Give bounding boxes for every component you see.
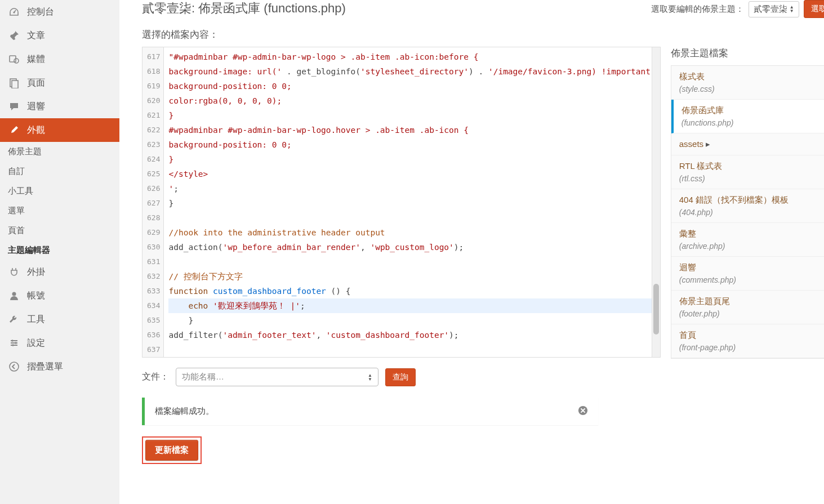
code-line[interactable]: // 控制台下方文字 — [168, 269, 655, 284]
file-meta: (functions.php) — [682, 118, 824, 127]
theme-file-item[interactable]: 迴響(comments.php) — [671, 257, 824, 291]
menu-label: 外觀 — [27, 124, 45, 136]
code-line[interactable]: echo '歡迎來到鵠學苑！ |'; — [168, 298, 655, 313]
svg-point-8 — [12, 344, 14, 346]
success-notice: 檔案編輯成功。 — [142, 398, 598, 425]
theme-file-item[interactable]: 彙整(archive.php) — [671, 223, 824, 257]
menu-item-comment[interactable]: 迴響 — [0, 95, 119, 118]
code-line[interactable]: #wpadminbar #wp-admin-bar-wp-logo.hover … — [168, 123, 655, 137]
menu-item-plugin[interactable]: 外掛 — [0, 260, 119, 284]
menu-item-dashboard[interactable]: 控制台 — [0, 0, 119, 24]
file-meta: (comments.php) — [679, 275, 824, 284]
menu-label: 控制台 — [27, 6, 54, 18]
svg-point-5 — [12, 292, 16, 296]
menu-label: 設定 — [27, 337, 45, 349]
code-line[interactable]: add_filter('admin_footer_text', 'custom_… — [168, 328, 655, 342]
theme-file-item[interactable]: 404 錯誤（找不到檔案）模板(404.php) — [671, 189, 824, 223]
update-button-highlight: 更新檔案 — [142, 436, 202, 464]
code-editor[interactable]: 6176186196206216226236246256266276286296… — [142, 47, 661, 358]
submenu-item[interactable]: 選單 — [0, 201, 119, 221]
theme-file-list: 樣式表(style.css)佈景函式庫(functions.php)assets… — [671, 65, 824, 359]
menu-item-settings[interactable]: 設定 — [0, 331, 119, 355]
submenu-item[interactable]: 主題編輯器 — [0, 240, 119, 260]
line-gutter: 6176186196206216226236246256266276286296… — [142, 47, 164, 357]
main-content: 貳零壹柒: 佈景函式庫 (functions.php) 選取要編輯的佈景主題： … — [119, 0, 824, 504]
editor-scrollbar[interactable] — [652, 47, 660, 357]
code-line[interactable]: } — [168, 108, 655, 123]
submenu-item[interactable]: 頁首 — [0, 221, 119, 240]
update-file-button[interactable]: 更新檔案 — [145, 440, 198, 461]
code-body[interactable]: "#wpadminbar #wp-admin-bar-wp-logo > .ab… — [164, 47, 660, 357]
svg-point-7 — [15, 342, 17, 344]
collapse-icon — [8, 360, 20, 373]
function-lookup-select[interactable]: 功能名稱… ▲▼ — [176, 368, 378, 386]
theme-file-item[interactable]: RTL 樣式表(rtl.css) — [671, 155, 824, 189]
code-line[interactable]: '; — [168, 181, 655, 196]
appearance-submenu: 佈景主題自訂小工具選單頁首主題編輯器 — [0, 142, 119, 260]
file-meta: (footer.php) — [679, 309, 824, 318]
theme-files-heading: 佈景主題檔案 — [671, 47, 824, 60]
file-name: 迴響 — [679, 262, 824, 273]
menu-label: 迴響 — [27, 101, 45, 113]
code-line[interactable]: </style> — [168, 167, 655, 181]
file-meta: (rtl.css) — [679, 174, 824, 183]
editor-heading: 選擇的檔案內容： — [142, 28, 824, 41]
select-theme-button[interactable]: 選取 — [804, 0, 824, 18]
menu-item-media[interactable]: 媒體 — [0, 47, 119, 71]
code-line[interactable]: "#wpadminbar #wp-admin-bar-wp-logo > .ab… — [168, 50, 655, 64]
code-line[interactable]: color:rgba(0, 0, 0, 0); — [168, 93, 655, 108]
menu-item-brush[interactable]: 外觀 — [0, 118, 119, 142]
dashboard-icon — [8, 6, 20, 18]
theme-select-label: 選取要編輯的佈景主題： — [651, 4, 744, 15]
code-line[interactable]: background-position: 0 0; — [168, 79, 655, 93]
menu-item-user[interactable]: 帳號 — [0, 284, 119, 307]
media-icon — [8, 53, 20, 65]
submenu-item[interactable]: 小工具 — [0, 181, 119, 201]
code-line[interactable]: } — [168, 196, 655, 211]
menu-item-collapse[interactable]: 摺疊選單 — [0, 355, 119, 378]
theme-file-item[interactable]: assets — [671, 133, 824, 155]
wrench-icon — [8, 313, 20, 325]
code-line[interactable]: } — [168, 152, 655, 167]
theme-file-item[interactable]: 佈景函式庫(functions.php) — [671, 100, 824, 133]
menu-item-page[interactable]: 頁面 — [0, 71, 119, 95]
theme-file-item[interactable]: 首頁(front-page.php) — [671, 324, 824, 358]
documentation-label: 文件： — [142, 371, 169, 383]
notice-text: 檔案編輯成功。 — [155, 406, 214, 417]
file-name: 首頁 — [679, 330, 824, 341]
admin-sidebar: 控制台文章媒體頁面迴響外觀佈景主題自訂小工具選單頁首主題編輯器 外掛帳號工具設定… — [0, 0, 119, 504]
file-meta: (style.css) — [679, 84, 824, 93]
scrollbar-thumb[interactable] — [653, 284, 659, 334]
theme-file-item[interactable]: 樣式表(style.css) — [671, 66, 824, 100]
code-line[interactable]: function custom_dashboard_footer () { — [168, 284, 655, 298]
dismiss-notice-icon[interactable] — [578, 405, 588, 417]
menu-label: 頁面 — [27, 77, 45, 89]
menu-item-wrench[interactable]: 工具 — [0, 307, 119, 331]
file-name: RTL 樣式表 — [679, 161, 824, 172]
file-name: 佈景函式庫 — [682, 105, 824, 116]
menu-label: 摺疊選單 — [27, 361, 63, 373]
file-name: 樣式表 — [679, 72, 824, 82]
code-line[interactable] — [168, 342, 655, 357]
code-line[interactable]: //hook into the administrative header ou… — [168, 225, 655, 240]
code-line[interactable]: add_action('wp_before_admin_bar_render',… — [168, 240, 655, 255]
user-icon — [8, 289, 20, 302]
code-line[interactable] — [168, 255, 655, 269]
submenu-item[interactable]: 自訂 — [0, 162, 119, 181]
svg-rect-4 — [12, 81, 18, 88]
svg-point-9 — [10, 362, 19, 371]
menu-item-pin[interactable]: 文章 — [0, 24, 119, 47]
code-line[interactable]: background-image: url(' . get_bloginfo('… — [168, 64, 655, 79]
select-arrows-icon: ▲▼ — [790, 5, 794, 13]
code-line[interactable] — [168, 211, 655, 225]
theme-select[interactable]: 貳零壹柒 ▲▼ — [749, 1, 799, 17]
submenu-item[interactable]: 佈景主題 — [0, 142, 119, 162]
brush-icon — [8, 124, 20, 136]
menu-label: 媒體 — [27, 53, 45, 65]
code-line[interactable]: background-position: 0 0; — [168, 137, 655, 152]
settings-icon — [8, 337, 20, 349]
svg-point-2 — [14, 59, 19, 63]
code-line[interactable]: } — [168, 313, 655, 328]
lookup-button[interactable]: 查詢 — [385, 368, 416, 386]
theme-file-item[interactable]: 佈景主題頁尾(footer.php) — [671, 291, 824, 324]
